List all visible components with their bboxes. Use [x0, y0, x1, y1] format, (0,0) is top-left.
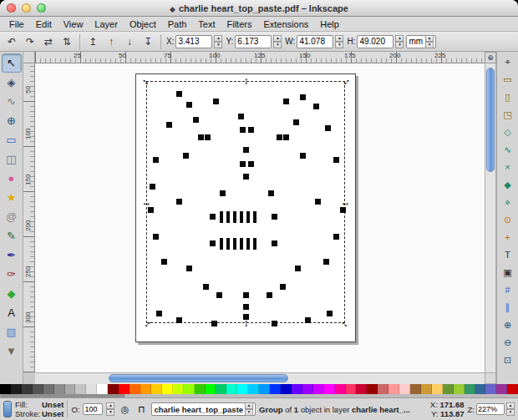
text-tool[interactable]: A	[2, 303, 22, 322]
color-swatch[interactable]	[465, 384, 475, 394]
rotate-cw-icon[interactable]: ↷	[22, 33, 38, 50]
y-field-stepper[interactable]: ▲▼	[273, 35, 282, 48]
raise-to-top-icon[interactable]: ↥	[84, 33, 101, 50]
color-swatch[interactable]	[292, 384, 302, 394]
x-field[interactable]	[175, 35, 212, 48]
scale-handle-ml[interactable]: ↔	[141, 197, 152, 207]
color-swatch[interactable]	[378, 384, 388, 394]
ellipse-tool[interactable]: ●	[2, 169, 22, 188]
layer-select[interactable]: charlie heart_top_paste ▲▼	[151, 402, 256, 416]
color-swatch[interactable]	[173, 384, 184, 394]
color-swatch[interactable]	[485, 384, 496, 394]
menu-help[interactable]: Help	[314, 19, 345, 29]
color-swatch[interactable]	[346, 384, 357, 394]
color-swatch[interactable]	[367, 384, 378, 394]
color-swatch[interactable]	[108, 384, 119, 394]
spiral-tool[interactable]: @	[2, 207, 22, 226]
w-field-stepper[interactable]: ▲▼	[335, 35, 343, 48]
menu-layer[interactable]: Layer	[89, 19, 124, 29]
pencil-tool[interactable]: ✎	[2, 226, 22, 245]
color-swatch[interactable]	[97, 384, 108, 394]
menu-path[interactable]: Path	[162, 19, 193, 29]
color-swatch[interactable]	[33, 384, 43, 394]
snap-path-icon[interactable]: ∿	[499, 141, 517, 159]
paint-bucket-tool[interactable]: ◆	[2, 284, 22, 303]
snap-intersection-icon[interactable]: ×	[499, 159, 517, 176]
menu-edit[interactable]: Edit	[30, 19, 58, 29]
color-swatch[interactable]	[22, 384, 33, 394]
unit-select-arrows[interactable]: ▲▼	[425, 35, 434, 48]
canvas[interactable]: ↔↕↔↔↔↔↕↔	[35, 63, 485, 372]
color-swatch[interactable]	[119, 384, 130, 394]
color-swatch[interactable]	[130, 384, 140, 394]
horizontal-ruler[interactable]: 255075100125150175200225	[35, 52, 485, 63]
menu-filters[interactable]: Filters	[221, 19, 258, 29]
zoom-tool[interactable]: ⊕	[2, 111, 22, 130]
rotate-ccw-icon[interactable]: ↶	[3, 33, 20, 50]
flip-horizontal-icon[interactable]: ⇄	[40, 33, 57, 50]
vertical-scrollbar-thumb[interactable]	[486, 68, 495, 172]
color-swatch[interactable]	[496, 384, 507, 394]
color-swatch[interactable]	[507, 384, 518, 394]
color-swatch[interactable]	[226, 384, 237, 394]
color-swatch[interactable]	[421, 384, 432, 394]
vertical-ruler[interactable]: 50100150200250300	[23, 63, 35, 372]
color-swatch[interactable]	[475, 384, 486, 394]
snap-nodes-icon[interactable]: ◇	[499, 124, 517, 141]
snap-bbox-icon[interactable]: ▭	[499, 71, 517, 89]
layer-select-arrows[interactable]: ▲▼	[245, 402, 253, 416]
bezier-tool[interactable]: ✒	[2, 245, 22, 265]
snap-cusp-icon[interactable]: ◆	[499, 176, 517, 194]
star-tool[interactable]: ★	[2, 188, 22, 207]
color-swatch[interactable]	[248, 384, 259, 394]
color-swatch[interactable]	[237, 384, 248, 394]
color-swatch[interactable]	[324, 384, 335, 394]
fill-stroke-indicator[interactable]: Fill:Unset Stroke:Unset	[15, 400, 63, 418]
menu-extensions[interactable]: Extensions	[257, 19, 314, 29]
opacity-stepper[interactable]: ▲▼	[106, 402, 114, 416]
color-swatch[interactable]	[75, 384, 86, 394]
snap-grid-icon[interactable]: #	[499, 281, 517, 299]
3dbox-tool[interactable]: ◫	[2, 149, 22, 169]
color-swatch[interactable]	[151, 384, 162, 394]
style-swatch[interactable]	[3, 401, 12, 417]
title-bar[interactable]: ◆charlie heart_top_paste.pdf – Inkscape	[0, 0, 518, 17]
color-swatch[interactable]	[281, 384, 292, 394]
color-swatch[interactable]	[162, 384, 173, 394]
color-swatch[interactable]	[259, 384, 270, 394]
zoom-field[interactable]	[476, 403, 505, 415]
h-field[interactable]	[357, 35, 394, 48]
lower-to-bottom-icon[interactable]: ↧	[140, 33, 156, 50]
selector-tool[interactable]: ↖	[2, 53, 22, 73]
layer-lock-icon[interactable]: ⊓	[135, 402, 148, 416]
color-swatch[interactable]	[11, 384, 22, 394]
snap-center-icon[interactable]: ⊙	[499, 211, 517, 229]
color-swatch[interactable]	[54, 384, 65, 394]
maximize-button[interactable]	[37, 3, 46, 13]
close-button[interactable]	[7, 3, 16, 13]
scale-handle-tm[interactable]: ↕	[241, 76, 251, 86]
menu-text[interactable]: Text	[192, 19, 221, 29]
menu-object[interactable]: Object	[124, 19, 162, 29]
color-swatch[interactable]	[0, 384, 11, 394]
color-swatch[interactable]	[388, 384, 399, 394]
horizontal-scrollbar[interactable]	[35, 372, 485, 384]
palette-scrollbar-thumb[interactable]	[0, 394, 125, 397]
tweak-tool[interactable]: ∿	[2, 92, 22, 111]
color-swatch[interactable]	[206, 384, 216, 394]
minimize-button[interactable]	[22, 3, 31, 13]
dropper-tool[interactable]: ▼	[2, 342, 22, 361]
w-field[interactable]	[297, 35, 333, 48]
snap-text-icon[interactable]: T	[499, 246, 517, 264]
raise-icon[interactable]: ↑	[103, 33, 119, 50]
color-swatch[interactable]	[443, 384, 454, 394]
document-page[interactable]: ↔↕↔↔↔↔↕↔	[135, 73, 356, 342]
color-swatch[interactable]	[65, 384, 76, 394]
flip-vertical-icon[interactable]: ⇅	[58, 33, 75, 50]
palette-scrollbar[interactable]	[0, 394, 518, 397]
zoom-page-icon[interactable]: ⊡	[499, 352, 517, 369]
color-swatch[interactable]	[399, 384, 410, 394]
node-tool[interactable]: ◈	[2, 73, 22, 92]
menu-file[interactable]: File	[3, 19, 30, 29]
calligraphy-tool[interactable]: ✑	[2, 265, 22, 284]
